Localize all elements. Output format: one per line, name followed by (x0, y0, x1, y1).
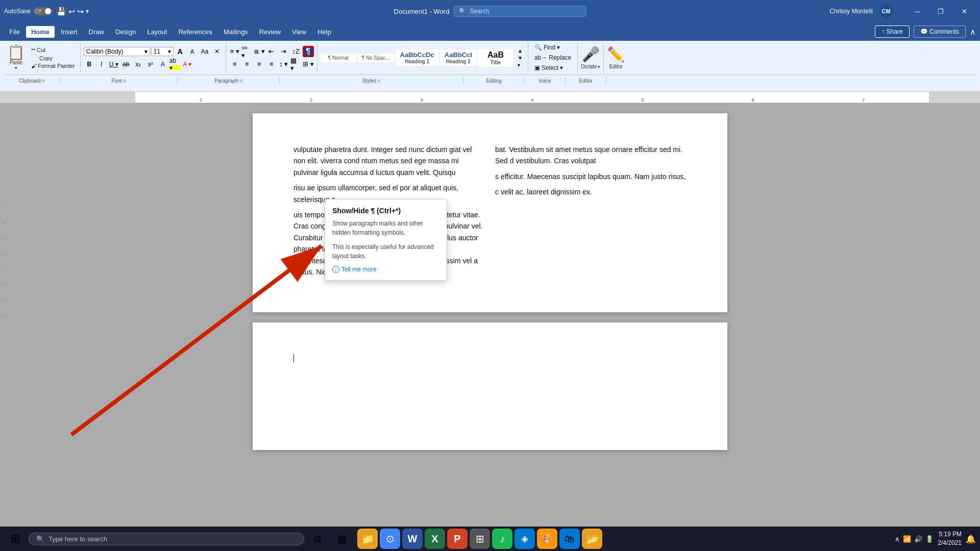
dictate-button[interactable]: 🎤 (582, 46, 600, 63)
start-button[interactable]: ⊞ (4, 528, 27, 550)
select-button[interactable]: ▣ Select ▾ (531, 63, 574, 72)
font-color-button[interactable]: A ▾ (182, 59, 193, 70)
borders-button[interactable]: ⊞ ▾ (303, 59, 314, 70)
share-button[interactable]: ↑ Share (875, 26, 909, 38)
chrome-icon[interactable]: ⊙ (380, 529, 400, 549)
align-center-button[interactable]: ≡ (241, 59, 253, 70)
text-effects-button[interactable]: A (157, 59, 168, 70)
system-clock[interactable]: 5:19 PM 2/4/2021 (938, 530, 962, 547)
italic-button[interactable]: I (96, 59, 107, 70)
task-view-button[interactable]: ⧉ (306, 528, 329, 550)
ribbon-search-box[interactable]: 🔍 Search (453, 6, 586, 17)
style-title[interactable]: AaB Title (478, 49, 513, 67)
document-page-2[interactable] (253, 322, 727, 450)
comments-button[interactable]: 💬 Comments (914, 26, 966, 38)
word-app-icon[interactable]: W (402, 529, 423, 549)
undo-icon[interactable]: ↩ (68, 7, 75, 16)
subscript-button[interactable]: x₂ (133, 59, 144, 70)
tray-expand-icon[interactable]: ∧ (895, 535, 900, 543)
taskbar-search[interactable]: 🔍 Type here to search (29, 533, 304, 545)
decrease-indent-button[interactable]: ⇤ (266, 46, 277, 57)
restore-button[interactable]: ❐ (929, 0, 952, 22)
excel-icon[interactable]: X (425, 529, 445, 549)
line-spacing-button[interactable]: ↕ ▾ (278, 59, 289, 70)
user-avatar[interactable]: CM (879, 4, 893, 18)
editor-button[interactable]: ✏️ (607, 46, 625, 63)
menu-home[interactable]: Home (26, 26, 55, 38)
store-icon[interactable]: 🛍 (559, 529, 580, 549)
shading-button[interactable]: ▩ ▾ (290, 59, 302, 70)
spotify-icon[interactable]: ♪ (492, 529, 512, 549)
menu-file[interactable]: File (4, 26, 25, 38)
tell-more-link[interactable]: i Tell me more (332, 266, 439, 273)
replace-button[interactable]: ab→ Replace (531, 53, 574, 62)
save-icon[interactable]: 💾 (56, 7, 66, 16)
numbering-button[interactable]: ≔ ▾ (241, 46, 253, 57)
cortana-icon[interactable]: ◈ (514, 529, 535, 549)
bullets-button[interactable]: ≡ ▾ (229, 46, 240, 57)
increase-indent-button[interactable]: ⇥ (278, 46, 289, 57)
paste-button[interactable]: 📋 Paste ▾ (4, 44, 28, 71)
shrink-font-button[interactable]: A (187, 46, 198, 57)
font-expand-icon[interactable]: ⧉ (123, 79, 126, 84)
clear-formatting-button[interactable]: ✕ (211, 46, 223, 57)
sort-button[interactable]: ↕Z (290, 46, 302, 57)
file-explorer-icon[interactable]: 📁 (357, 529, 378, 549)
style-no-space[interactable]: ¶ No Spac... (357, 54, 395, 62)
menu-help[interactable]: Help (312, 26, 336, 38)
menu-review[interactable]: Review (254, 26, 286, 38)
volume-icon[interactable]: 🔊 (914, 535, 922, 543)
font-size-selector[interactable]: 11 ▾ (151, 47, 174, 56)
menu-layout[interactable]: Layout (142, 26, 172, 38)
network-icon[interactable]: 📶 (903, 535, 911, 543)
grow-font-button[interactable]: A (175, 46, 186, 57)
menu-view[interactable]: View (287, 26, 311, 38)
close-button[interactable]: ✕ (952, 0, 976, 22)
styles-scroll-down[interactable]: ▼ (516, 55, 525, 61)
paint-icon[interactable]: 🎨 (537, 529, 557, 549)
style-heading1[interactable]: AaBbCcDc Heading 1 (396, 49, 439, 66)
file-manager-icon[interactable]: 📂 (582, 529, 602, 549)
autosave-toggle[interactable]: Off (34, 7, 52, 15)
styles-scroll-up[interactable]: ▲ (516, 47, 525, 54)
cut-button[interactable]: ✂ Cut (29, 46, 77, 54)
styles-more[interactable]: ▾ (516, 62, 525, 68)
menu-draw[interactable]: Draw (84, 26, 109, 38)
notification-icon[interactable]: 🔔 (966, 534, 976, 544)
paragraph-expand-icon[interactable]: ⧉ (239, 79, 242, 84)
minimize-button[interactable]: ─ (905, 0, 929, 22)
style-normal[interactable]: ¶ Normal (321, 54, 356, 62)
menu-references[interactable]: References (173, 26, 217, 38)
calculator-icon[interactable]: ⊞ (470, 529, 490, 549)
customize-qat-icon[interactable]: ▾ (86, 8, 89, 15)
styles-expand-icon[interactable]: ⧉ (377, 79, 380, 84)
superscript-button[interactable]: x² (145, 59, 156, 70)
underline-button[interactable]: U ▾ (108, 59, 119, 70)
highlight-button[interactable]: ab ▾ (169, 59, 181, 70)
document-page-1[interactable]: vulputate pharetra dunt. Integer sed nun… (253, 113, 727, 312)
justify-button[interactable]: ≡ (266, 59, 277, 70)
document-scroll-area[interactable]: vulputate pharetra dunt. Integer sed nun… (0, 103, 980, 529)
multilevel-button[interactable]: ≣ ▾ (254, 46, 265, 57)
align-left-button[interactable]: ≡ (229, 59, 240, 70)
ruler-content[interactable]: 1 2 3 4 5 6 7 (135, 92, 929, 103)
show-hide-button[interactable]: ¶ (303, 46, 314, 57)
copy-button[interactable]: 📄 Copy (29, 54, 77, 62)
menu-mailings[interactable]: Mailings (218, 26, 253, 38)
battery-icon[interactable]: 🔋 (925, 535, 934, 543)
powerpoint-icon[interactable]: P (447, 529, 468, 549)
bold-button[interactable]: B (84, 59, 95, 70)
widgets-button[interactable]: ▦ (331, 528, 353, 550)
format-painter-button[interactable]: 🖌 Format Painter (29, 62, 77, 69)
style-heading2[interactable]: AaBbCcI Heading 2 (440, 49, 477, 66)
strikethrough-button[interactable]: ab (120, 59, 132, 70)
menu-design[interactable]: Design (110, 26, 141, 38)
change-case-button[interactable]: Aa (199, 46, 210, 57)
collapse-ribbon-button[interactable]: ∧ (970, 27, 976, 37)
align-right-button[interactable]: ≡ (254, 59, 265, 70)
clipboard-expand-icon[interactable]: ⧉ (42, 79, 45, 84)
find-button[interactable]: 🔍 Find ▾ (531, 43, 574, 52)
menu-insert[interactable]: Insert (56, 26, 83, 38)
redo-icon[interactable]: ↪ (77, 7, 84, 16)
font-name-selector[interactable]: Calibri (Body) ▾ (84, 47, 150, 56)
